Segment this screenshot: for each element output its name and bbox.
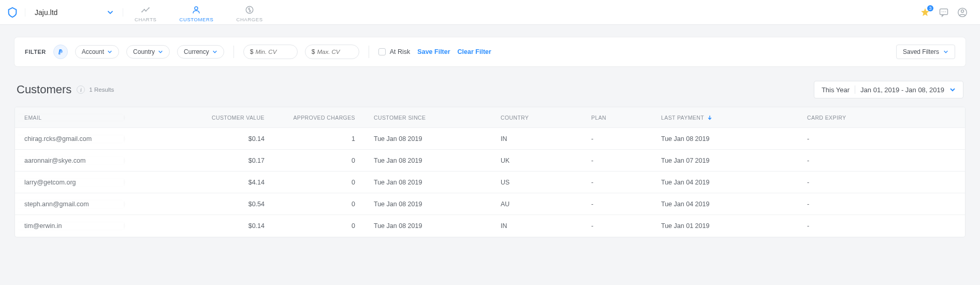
cell-last-payment: Tue Jan 04 2019 (652, 201, 798, 208)
col-header-last-payment[interactable]: LAST PAYMENT (652, 115, 798, 121)
clear-filter-button[interactable]: Clear Filter (458, 48, 491, 55)
cell-value: $0.14 (124, 222, 274, 230)
sort-down-icon (707, 115, 712, 120)
info-icon[interactable]: i (77, 86, 85, 94)
cell-approved: 0 (274, 201, 364, 208)
filter-min-cv-input[interactable] (255, 49, 290, 55)
cell-country: UK (491, 157, 582, 164)
customers-icon (192, 5, 201, 15)
profile-button[interactable] (957, 7, 968, 18)
filter-provider-button[interactable] (53, 45, 68, 59)
cell-plan: - (582, 135, 652, 142)
cell-country: AU (491, 201, 582, 208)
saved-filters-button[interactable]: Saved Filters (896, 45, 955, 59)
svg-point-9 (945, 11, 946, 12)
filter-currency[interactable]: Currency (177, 45, 224, 59)
col-header-approved[interactable]: APPROVED CHARGES (274, 115, 364, 121)
saved-filters-label: Saved Filters (903, 48, 939, 55)
filter-min-cv[interactable]: $ (243, 45, 298, 59)
site-name: Jaju.ltd (35, 8, 57, 17)
nav-charts-label: CHARTS (135, 17, 157, 22)
cell-approved: 0 (274, 222, 364, 230)
table-body: chirag.rcks@gmail.com$0.141Tue Jan 08 20… (15, 128, 965, 237)
filter-account[interactable]: Account (75, 45, 119, 59)
filter-currency-label: Currency (184, 48, 209, 55)
main-container: FILTER Account Country Currency $ $ (0, 25, 980, 250)
cell-value: $4.14 (124, 179, 274, 186)
cell-since: Tue Jan 08 2019 (364, 201, 491, 208)
filter-country[interactable]: Country (126, 45, 170, 59)
cell-country: US (491, 179, 582, 186)
divider (233, 46, 234, 58)
cell-email: aaronnair@skye.com (15, 157, 124, 164)
cell-since: Tue Jan 08 2019 (364, 135, 491, 142)
svg-point-1 (144, 9, 145, 10)
cell-approved: 1 (274, 135, 364, 142)
messages-button[interactable] (939, 7, 949, 18)
date-range-value: Jan 01, 2019 - Jan 08, 2019 (860, 86, 944, 94)
dollar-icon: $ (250, 48, 254, 55)
cell-last-payment: Tue Jan 04 2019 (652, 179, 798, 186)
page-header: Customers i 1 Results This Year Jan 01, … (17, 81, 963, 98)
chevron-down-icon (949, 87, 956, 93)
col-header-plan[interactable]: PLAN (582, 115, 652, 121)
svg-point-3 (149, 7, 150, 8)
cell-value: $0.54 (124, 201, 274, 208)
cell-value: $0.17 (124, 157, 274, 164)
notifications-star[interactable]: 3 (920, 7, 930, 18)
table-row[interactable]: larry@getcom.org$4.140Tue Jan 08 2019US-… (15, 172, 965, 193)
table-row[interactable]: aaronnair@skye.com$0.170Tue Jan 08 2019U… (15, 150, 965, 172)
save-filter-button[interactable]: Save Filter (417, 48, 450, 55)
filter-max-cv-input[interactable] (317, 49, 352, 55)
cell-plan: - (582, 179, 652, 186)
col-header-last-payment-label: LAST PAYMENT (661, 115, 704, 121)
cell-since: Tue Jan 08 2019 (364, 179, 491, 186)
col-header-card-expiry[interactable]: CARD EXPIRY (798, 115, 965, 121)
chat-icon (939, 7, 949, 18)
table-row[interactable]: steph.ann@gmail.com$0.540Tue Jan 08 2019… (15, 193, 965, 215)
charts-icon (141, 5, 150, 15)
checkbox-icon (378, 48, 386, 55)
chevron-down-icon (212, 49, 217, 54)
nav-customers[interactable]: CUSTOMERS (168, 2, 225, 22)
table-row[interactable]: chirag.rcks@gmail.com$0.141Tue Jan 08 20… (15, 128, 965, 150)
star-badge: 3 (927, 5, 933, 11)
cell-email: tim@erwin.in (15, 222, 124, 230)
cell-last-payment: Tue Jan 07 2019 (652, 157, 798, 164)
cell-plan: - (582, 157, 652, 164)
profile-icon (957, 7, 968, 18)
cell-email: steph.ann@gmail.com (15, 201, 124, 208)
svg-point-8 (943, 11, 944, 12)
svg-point-4 (195, 7, 198, 10)
site-picker[interactable]: Jaju.ltd (25, 8, 123, 17)
topbar: Jaju.ltd CHARTS CUSTOMERS (0, 0, 980, 25)
nav-charges[interactable]: CHARGES (225, 2, 274, 22)
cell-card-expiry: - (798, 222, 965, 230)
filter-at-risk[interactable]: At Risk (378, 48, 411, 55)
filter-max-cv[interactable]: $ (305, 45, 359, 59)
table-row[interactable]: tim@erwin.in$0.140Tue Jan 08 2019IN-Tue … (15, 215, 965, 237)
divider (369, 46, 369, 58)
cell-value: $0.14 (124, 135, 274, 142)
app-logo[interactable] (0, 7, 25, 18)
page-title: Customers (17, 83, 71, 96)
nav-charges-label: CHARGES (236, 17, 262, 22)
filter-bar: FILTER Account Country Currency $ $ (14, 37, 966, 66)
col-header-since[interactable]: CUSTOMER SINCE (364, 115, 491, 121)
filter-account-label: Account (82, 48, 104, 55)
cell-card-expiry: - (798, 201, 965, 208)
cell-since: Tue Jan 08 2019 (364, 222, 491, 230)
nav-charts[interactable]: CHARTS (123, 2, 168, 22)
results-count: 1 Results (89, 87, 114, 93)
chevron-down-icon (943, 49, 948, 54)
charges-icon (245, 5, 254, 15)
chevron-down-icon (107, 9, 113, 16)
col-header-country[interactable]: COUNTRY (491, 115, 582, 121)
chevron-down-icon (158, 49, 163, 54)
cell-approved: 0 (274, 157, 364, 164)
cell-card-expiry: - (798, 179, 965, 186)
col-header-value[interactable]: CUSTOMER VALUE (124, 115, 274, 121)
col-header-email[interactable]: EMAIL (15, 115, 124, 121)
cell-plan: - (582, 201, 652, 208)
date-range-picker[interactable]: This Year Jan 01, 2019 - Jan 08, 2019 (814, 81, 963, 98)
